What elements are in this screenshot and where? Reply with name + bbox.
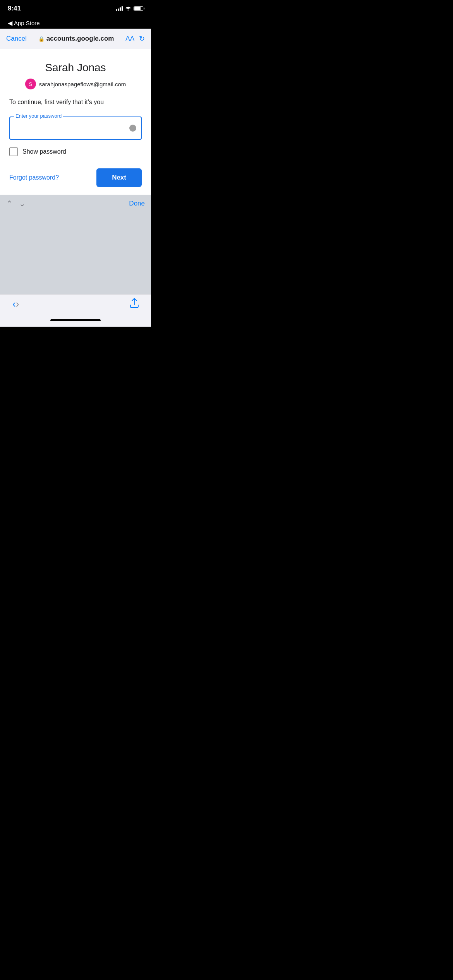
keyboard-space [0,212,151,294]
password-input-container: Enter your password [9,117,142,140]
browser-actions: AA ↻ [125,34,145,43]
refresh-button[interactable]: ↻ [139,34,145,43]
user-email-row: S sarahjonaspageflows@gmail.com [9,79,142,89]
keyboard-next-button[interactable]: ⌄ [19,199,26,208]
keyboard-nav-buttons: ⌃ ⌄ [6,199,26,208]
home-bar [50,319,101,321]
back-label: App Store [14,20,40,26]
browser-forward-button[interactable]: › [16,298,19,310]
cancel-button[interactable]: Cancel [6,35,27,43]
lock-icon: 🔒 [38,36,45,42]
status-icons [116,5,143,12]
phone-container: 9:41 ◀ App Store Canc [0,0,151,327]
password-label: Enter your password [14,113,63,119]
battery-icon [134,6,143,11]
back-to-appstore[interactable]: ◀ App Store [8,19,40,27]
back-chevron-icon: ◀ [8,19,12,27]
bottom-toolbar: ‹ › [0,294,151,314]
wifi-icon [125,5,131,12]
browser-back-button[interactable]: ‹ [12,298,16,310]
keyboard-toolbar: ⌃ ⌄ Done [0,195,151,212]
action-row: Forgot password? Next [9,168,142,187]
keyboard-prev-button[interactable]: ⌃ [6,199,13,208]
next-button[interactable]: Next [96,168,142,187]
aa-button[interactable]: AA [125,35,134,43]
share-button[interactable] [130,298,139,310]
user-email: sarahjonaspageflows@gmail.com [39,81,126,87]
browser-toolbar: Cancel 🔒 accounts.google.com AA ↻ [0,29,151,49]
main-content: Sarah Jonas S sarahjonaspageflows@gmail.… [0,49,151,327]
avatar: S [25,79,36,89]
status-time: 9:41 [8,5,21,12]
show-password-checkbox[interactable] [9,147,18,156]
user-name: Sarah Jonas [9,62,142,74]
page-content: Sarah Jonas S sarahjonaspageflows@gmail.… [0,49,151,195]
url-text: accounts.google.com [46,35,114,43]
signal-bars-icon [116,6,123,11]
browser-chrome: Cancel 🔒 accounts.google.com AA ↻ [0,29,151,49]
app-store-nav: ◀ App Store [0,17,151,29]
keyboard-done-button[interactable]: Done [129,200,145,207]
url-bar[interactable]: 🔒 accounts.google.com [27,35,125,43]
password-input-wrapper[interactable] [9,117,142,140]
home-indicator [0,314,151,327]
user-heading: Sarah Jonas S sarahjonaspageflows@gmail.… [9,62,142,89]
show-password-label: Show password [22,148,66,155]
forgot-password-button[interactable]: Forgot password? [9,174,59,181]
verify-text: To continue, first verify that it's you [9,99,142,106]
input-circle-decoration [129,125,136,132]
password-field[interactable] [15,117,136,139]
status-bar: 9:41 [0,0,151,17]
show-password-row[interactable]: Show password [9,147,142,156]
